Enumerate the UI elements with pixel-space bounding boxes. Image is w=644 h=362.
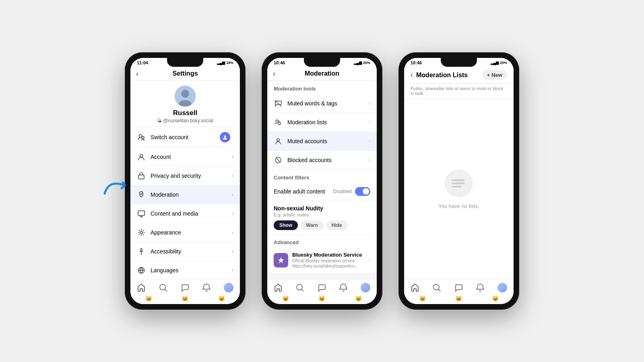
tab-avatar-3[interactable] [497,283,507,292]
muted-accounts-label: Muted accounts [287,138,369,144]
settings-title: Settings [172,70,198,77]
languages-item[interactable]: Languages › [130,261,240,279]
blocked-accounts-chevron: › [369,157,370,163]
advanced-title: Advanced [267,235,377,248]
moderation-header: ‹ Moderation [267,67,377,81]
tab-search-2[interactable] [295,283,304,292]
tab-avatar-1[interactable] [224,283,233,292]
svg-point-16 [276,120,278,122]
sub-tab-bar-1: 🐱 🐱 🐱 [130,294,240,304]
empty-text: You have no lists. [438,203,479,209]
new-list-button[interactable]: + New [482,70,507,80]
signal-icon-2: ▂▄▆ [354,61,362,65]
content-label: Content and media [151,210,232,217]
show-button[interactable]: Show [274,220,298,230]
muted-words-icon [274,99,283,108]
tab-bar-1 [130,279,240,294]
mod-lists-chevron: › [369,119,370,125]
warn-button[interactable]: Warn [300,220,324,230]
svg-rect-22 [453,183,464,184]
svg-point-17 [278,122,281,125]
back-button-2[interactable]: ‹ [273,70,275,78]
tab-home-2[interactable] [274,283,283,292]
time-3: 10:46 [411,60,422,65]
sub-tab-bar-3: 🐱 🐱 🐱 [404,294,514,304]
profile-name: Russell [130,109,240,117]
tab-chat-2[interactable] [317,283,326,292]
account-icon [137,152,146,161]
tab-home-3[interactable] [411,283,419,292]
content-icon [137,209,146,218]
tab-avatar-2[interactable] [361,283,370,292]
service-info: Bluesky Moderation Service Official Blue… [292,252,369,269]
account-label: Account [151,154,232,160]
tab-home-1[interactable] [137,283,146,292]
svg-point-3 [139,135,142,138]
tab-chat-1[interactable] [180,283,189,292]
moderation-label: Moderation [151,191,232,198]
appearance-label: Appearance [151,229,232,236]
account-item[interactable]: Account › [130,148,240,167]
service-chevron: › [369,257,370,263]
bluesky-service-item[interactable]: Bluesky Moderation Service Official Blue… [267,248,377,273]
phone-moderation: 10:46 ▂▄▆ 20% ‹ Moderation Moderation to… [262,52,382,310]
switch-account-icon [137,133,146,142]
mod-lists-title: Moderation Lists [416,72,482,79]
mod-lists-header: ‹ Moderation Lists + New [404,67,514,84]
mod-lists-item[interactable]: Moderation lists › [267,113,377,132]
muted-words-item[interactable]: Muted words & tags › [267,94,377,113]
moderation-item[interactable]: Moderation › [130,185,240,204]
switch-account-label: Switch account [151,134,220,140]
svg-point-25 [452,183,453,184]
languages-chevron: › [232,267,233,273]
content-item[interactable]: Content and media › [130,204,240,223]
phone-mod-lists: 10:46 ▂▄▆ 20% ‹ Moderation Lists + New [398,52,519,310]
accessibility-icon [137,247,146,256]
back-button-1[interactable]: ‹ [136,70,138,78]
empty-icon [445,169,473,197]
service-desc: Official Bluesky moderation service. htt… [292,258,369,269]
accessibility-label: Accessibility [151,248,232,255]
back-button-3[interactable]: ‹ [411,71,413,79]
tab-search-3[interactable] [432,283,441,292]
tab-notif-3[interactable] [476,283,485,292]
svg-rect-21 [453,179,464,181]
svg-point-18 [277,139,279,141]
nudity-desc: E.g. artistic nudes. [274,212,370,217]
tab-notif-2[interactable] [339,283,348,292]
muted-accounts-item[interactable]: Muted accounts › [267,132,377,151]
sub-tab-2b: 🐱 [318,295,325,302]
blocked-accounts-label: Blocked accounts [287,157,369,163]
svg-point-20 [297,284,302,290]
tab-chat-3[interactable] [454,283,463,292]
svg-point-26 [452,186,453,187]
sub-tab-1b: 🐱 [182,295,188,302]
appearance-icon [137,228,146,237]
svg-rect-8 [138,211,144,216]
tab-search-1[interactable] [159,283,167,292]
nudity-title: Non-sexual Nudity [274,205,370,212]
accessibility-item[interactable]: Accessibility › [130,242,240,261]
sub-tab-2a: 🐱 [282,295,289,302]
adult-content-status: Disabled [333,189,352,194]
hide-button[interactable]: Hide [326,220,348,230]
appearance-item[interactable]: Appearance › [130,223,240,242]
sub-tab-3c: 🐱 [492,295,499,302]
time-1: 11:04 [137,60,148,65]
signal-icon-1: ▂▄▆ [217,61,225,65]
content-chevron: › [232,211,233,216]
signal-icon-3: ▂▄▆ [491,61,499,65]
blocked-accounts-item[interactable]: Blocked accounts › [267,151,377,170]
sub-tab-1c: 🐱 [218,295,225,302]
sub-tab-2c: 🐱 [355,295,362,302]
privacy-item[interactable]: Privacy and security › [130,167,240,185]
service-name: Bluesky Moderation Service [292,252,369,258]
svg-point-5 [224,136,226,138]
sub-tab-3b: 🐱 [455,295,462,302]
adult-content-toggle[interactable] [355,187,370,196]
phone-settings: 11:04 ▂▄▆ 18% ‹ Settings [125,52,246,310]
time-2: 10:46 [274,60,285,65]
tab-notif-1[interactable] [202,283,211,292]
tab-bar-2 [267,279,377,294]
switch-account-item[interactable]: Switch account [130,127,240,148]
